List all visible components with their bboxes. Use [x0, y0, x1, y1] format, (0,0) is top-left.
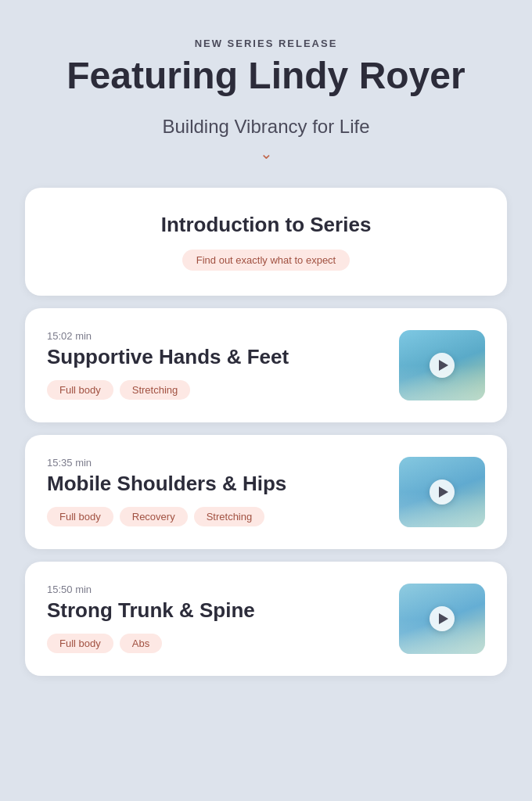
intro-tag: Find out exactly what to expect — [182, 250, 350, 271]
play-button-2[interactable] — [430, 480, 455, 505]
main-title: Featuring Lindy Royer — [25, 56, 507, 97]
video-1-title: Supportive Hands & Feet — [47, 345, 386, 369]
video-1-thumbnail[interactable] — [399, 330, 485, 400]
tag-full-body-3: Full body — [47, 634, 113, 653]
video-1-tags: Full body Stretching — [47, 380, 386, 400]
tag-full-body-2: Full body — [47, 507, 113, 526]
video-card-2[interactable]: 15:35 min Mobile Shoulders & Hips Full b… — [25, 435, 507, 549]
series-label: NEW SERIES RELEASE — [25, 38, 507, 49]
video-2-tags: Full body Recovery Stretching — [47, 507, 386, 526]
video-card-3-content: 15:50 min Strong Trunk & Spine Full body… — [47, 584, 386, 653]
video-2-thumbnail[interactable] — [399, 457, 485, 527]
video-1-duration: 15:02 min — [47, 330, 386, 342]
video-2-title: Mobile Shoulders & Hips — [47, 472, 386, 496]
video-3-title: Strong Trunk & Spine — [47, 598, 386, 623]
video-3-thumbnail[interactable] — [399, 584, 485, 654]
tag-abs-3: Abs — [120, 634, 162, 653]
subtitle: Building Vibrancy for Life — [25, 116, 507, 138]
play-icon-2 — [439, 487, 448, 497]
tag-recovery-2: Recovery — [120, 507, 188, 526]
tag-full-body-1: Full body — [47, 380, 113, 400]
intro-card[interactable]: Introduction to Series Find out exactly … — [25, 188, 507, 296]
video-3-duration: 15:50 min — [47, 584, 386, 595]
tag-stretching-2: Stretching — [194, 507, 265, 526]
chevron-down-icon: ⌄ — [25, 144, 507, 163]
video-3-tags: Full body Abs — [47, 634, 386, 653]
video-card-1[interactable]: 15:02 min Supportive Hands & Feet Full b… — [25, 308, 507, 422]
tag-stretching-1: Stretching — [120, 380, 191, 400]
play-button-1[interactable] — [430, 353, 455, 378]
video-card-3[interactable]: 15:50 min Strong Trunk & Spine Full body… — [25, 562, 507, 676]
play-button-3[interactable] — [430, 606, 455, 631]
header-section: NEW SERIES RELEASE Featuring Lindy Royer… — [25, 38, 507, 181]
play-icon-1 — [439, 360, 448, 371]
intro-card-title: Introduction to Series — [47, 213, 485, 237]
play-icon-3 — [439, 613, 448, 624]
video-card-2-content: 15:35 min Mobile Shoulders & Hips Full b… — [47, 457, 386, 526]
video-2-duration: 15:35 min — [47, 457, 386, 469]
video-card-1-content: 15:02 min Supportive Hands & Feet Full b… — [47, 330, 386, 400]
